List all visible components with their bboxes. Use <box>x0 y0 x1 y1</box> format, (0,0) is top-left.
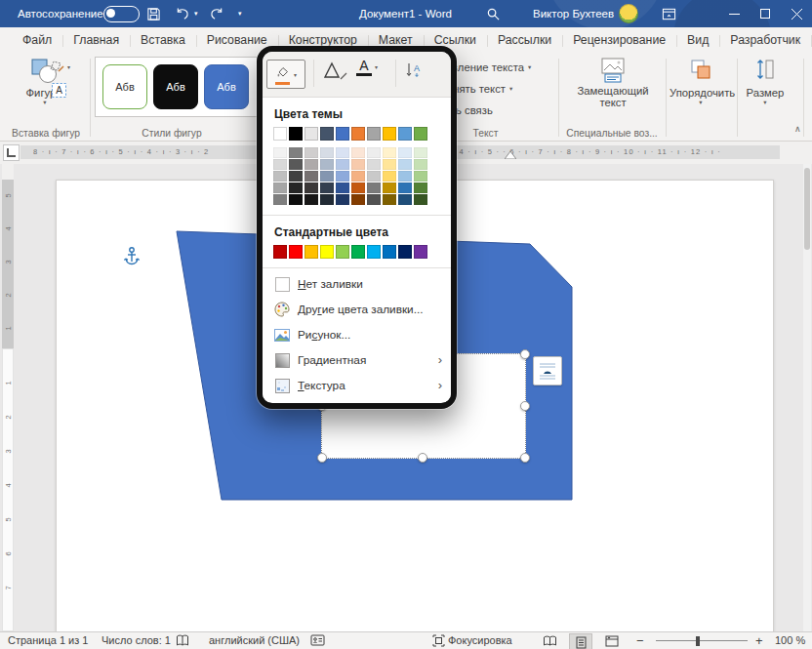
text-outline-button[interactable]: А ▾ <box>356 58 378 76</box>
close-button[interactable] <box>781 0 812 27</box>
theme-variant-swatch[interactable] <box>273 159 287 171</box>
theme-color-swatch[interactable] <box>289 127 303 141</box>
tab-рассылки[interactable]: Рассылки <box>487 27 562 54</box>
shape-style-swatch-1[interactable]: Абв <box>102 64 147 109</box>
theme-variant-swatch[interactable] <box>320 194 334 206</box>
scrollbar-thumb[interactable] <box>804 168 810 250</box>
theme-variant-swatch[interactable] <box>367 194 381 206</box>
theme-variant-swatch[interactable] <box>336 183 349 194</box>
resize-handle-bottom-center[interactable] <box>418 453 427 463</box>
resize-handle-top-right[interactable] <box>520 349 530 359</box>
theme-variant-swatch[interactable] <box>398 171 412 183</box>
standard-color-swatch[interactable] <box>336 245 349 259</box>
theme-variant-swatch[interactable] <box>367 159 381 171</box>
theme-variant-swatch[interactable] <box>383 171 396 183</box>
menu-item-5[interactable]: Текстура› <box>263 373 451 398</box>
theme-color-swatch[interactable] <box>336 127 349 141</box>
zoom-slider-track[interactable] <box>656 640 748 641</box>
resize-handle-bottom-left[interactable] <box>317 453 327 463</box>
tab-вид[interactable]: Вид <box>676 27 719 54</box>
theme-color-swatch[interactable] <box>367 127 381 141</box>
theme-variant-swatch[interactable] <box>351 194 365 206</box>
focus-icon[interactable] <box>432 634 445 649</box>
theme-variant-swatch[interactable] <box>398 159 412 171</box>
theme-variant-swatch[interactable] <box>383 147 396 159</box>
shape-outline-icon[interactable] <box>323 60 348 87</box>
text-direction-icon[interactable]: А <box>405 61 423 83</box>
resize-handle-middle-right[interactable] <box>520 401 530 411</box>
autosave-toggle[interactable] <box>103 6 140 22</box>
print-layout-icon[interactable] <box>569 633 592 649</box>
zoom-level[interactable]: 100 % <box>775 632 805 649</box>
theme-variant-swatch[interactable] <box>304 183 318 194</box>
redo-icon[interactable] <box>209 0 224 27</box>
size-button[interactable]: Размер ▾ <box>740 58 791 106</box>
tab-рецензирование[interactable]: Рецензирование <box>562 27 676 54</box>
standard-color-swatch[interactable] <box>289 245 303 259</box>
theme-variant-swatch[interactable] <box>383 159 396 171</box>
edit-shape-button[interactable]: ▾ <box>49 59 70 74</box>
language-indicator[interactable]: английский (США) <box>209 632 300 649</box>
ribbon-display-options-icon[interactable] <box>662 0 676 27</box>
theme-color-swatch[interactable] <box>414 127 427 141</box>
theme-variant-swatch[interactable] <box>383 194 396 206</box>
arrange-button[interactable]: Упорядочить ▾ <box>670 58 732 106</box>
theme-variant-swatch[interactable] <box>289 194 303 206</box>
theme-color-swatch[interactable] <box>383 127 396 141</box>
standard-color-swatch[interactable] <box>273 245 287 259</box>
standard-color-swatch[interactable] <box>351 245 365 259</box>
menu-item-1[interactable]: Нет заливки <box>263 271 451 297</box>
theme-variant-swatch[interactable] <box>336 159 349 171</box>
theme-variant-swatch[interactable] <box>398 194 412 206</box>
theme-variant-swatch[interactable] <box>367 147 381 159</box>
theme-color-swatch[interactable] <box>351 127 365 141</box>
theme-variant-swatch[interactable] <box>336 147 349 159</box>
standard-color-swatch[interactable] <box>304 245 318 259</box>
theme-variant-swatch[interactable] <box>304 159 318 171</box>
theme-variant-swatch[interactable] <box>273 183 287 194</box>
shape-fill-button[interactable]: ▾ <box>266 60 305 89</box>
theme-variant-swatch[interactable] <box>336 171 349 183</box>
indent-marker[interactable] <box>505 151 516 159</box>
shape-style-swatch-2[interactable]: Абв <box>153 64 198 109</box>
zoom-out-button[interactable]: − <box>636 632 644 649</box>
theme-color-swatch[interactable] <box>320 127 334 141</box>
word-count[interactable]: Число слов: 1 <box>102 632 171 649</box>
zoom-slider-thumb[interactable] <box>696 636 700 646</box>
shapes-button[interactable]: Фигуры ▾ <box>8 58 82 106</box>
theme-variant-swatch[interactable] <box>351 171 365 183</box>
theme-variant-swatch[interactable] <box>367 171 381 183</box>
theme-variant-swatch[interactable] <box>414 147 427 159</box>
theme-variant-swatch[interactable] <box>336 194 349 206</box>
tab-selector[interactable] <box>3 144 20 161</box>
theme-variant-swatch[interactable] <box>367 183 381 194</box>
theme-variant-swatch[interactable] <box>320 171 334 183</box>
theme-variant-swatch[interactable] <box>351 183 365 194</box>
standard-color-swatch[interactable] <box>320 245 334 259</box>
theme-variant-swatch[interactable] <box>398 183 412 194</box>
user-name[interactable]: Виктор Бухтеев <box>533 0 614 27</box>
theme-variant-swatch[interactable] <box>289 159 303 171</box>
shape-style-swatch-3[interactable]: Абв <box>204 64 249 109</box>
proofing-icon[interactable] <box>176 634 189 649</box>
standard-color-swatch[interactable] <box>383 245 396 259</box>
theme-variant-swatch[interactable] <box>304 171 318 183</box>
standard-color-swatch[interactable] <box>414 245 427 259</box>
theme-color-swatch[interactable] <box>304 127 318 141</box>
theme-variant-swatch[interactable] <box>320 147 334 159</box>
save-icon[interactable] <box>146 0 161 27</box>
theme-variant-swatch[interactable] <box>289 183 303 194</box>
collapse-ribbon-icon[interactable]: ∧ <box>794 124 801 134</box>
theme-variant-swatch[interactable] <box>273 147 287 159</box>
menu-item-3[interactable]: Рисунок... <box>263 322 451 347</box>
theme-variant-swatch[interactable] <box>320 183 334 194</box>
maximize-button[interactable] <box>750 0 781 27</box>
minimize-button[interactable] <box>718 0 750 27</box>
tab-разработчик[interactable]: Разработчик <box>719 27 811 54</box>
search-icon[interactable] <box>486 0 501 27</box>
alt-text-button[interactable]: Замещающий текст <box>568 58 658 108</box>
zoom-in-button[interactable]: + <box>755 632 763 649</box>
theme-variant-swatch[interactable] <box>398 147 412 159</box>
theme-variant-swatch[interactable] <box>273 171 287 183</box>
qat-chevron-icon[interactable]: ▾ <box>238 0 242 27</box>
